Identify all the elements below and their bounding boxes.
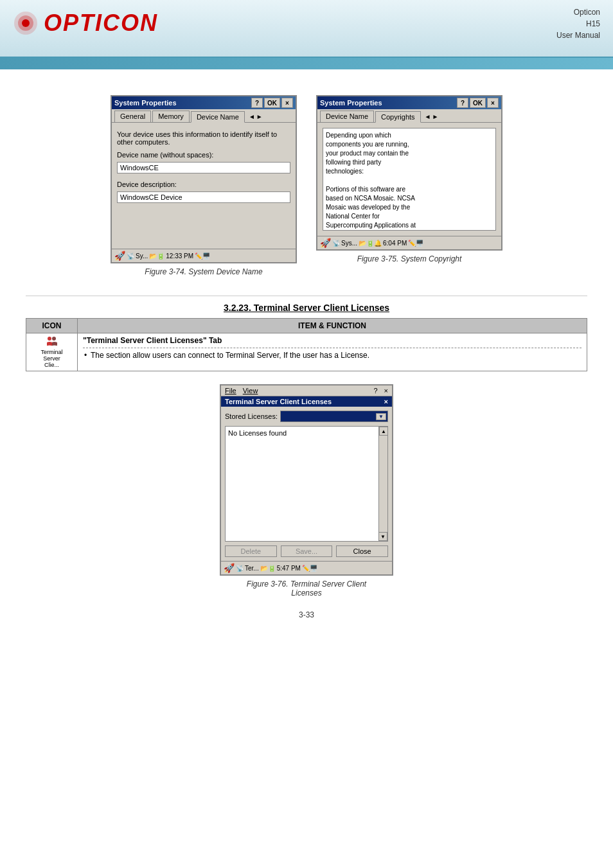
- ts-start-icon[interactable]: 🚀: [224, 563, 235, 573]
- fig75-titlebar: System Properties ? OK ×: [317, 96, 501, 109]
- fig74-tab-device-name[interactable]: Device Name: [191, 111, 245, 123]
- product-name: Opticon: [556, 6, 600, 18]
- logo-text: OPTICON: [44, 10, 158, 37]
- fig74-device-name-label: Device name (without spaces):: [117, 151, 290, 159]
- ts-save-button[interactable]: Save...: [281, 545, 333, 557]
- ts-scroll-up[interactable]: ▲: [379, 427, 388, 436]
- figure-76-column: File View ? × Terminal Server Client Lic…: [220, 384, 393, 598]
- fig74-ok-button[interactable]: OK: [264, 98, 280, 108]
- table-icon-cell: Terminal Server Clie...: [26, 333, 78, 371]
- fig74-tab-scroll-right[interactable]: ►: [256, 113, 263, 120]
- fig75-tab-scroll-left[interactable]: ◄: [425, 113, 431, 120]
- ts-dropdown-arrow[interactable]: ▼: [376, 413, 386, 420]
- ts-no-licenses-text: No Licenses found: [228, 429, 385, 437]
- ts-stored-dropdown[interactable]: ▼: [280, 411, 388, 422]
- fig74-help-button[interactable]: ?: [251, 98, 263, 108]
- table-item-cell: "Terminal Server Client Licenses" Tab Th…: [78, 333, 587, 371]
- feature-table: ICON ITEM & FUNCTION: [26, 318, 587, 371]
- ts-action-row: Delete Save... Close: [225, 545, 388, 557]
- fig75-sys-icon[interactable]: 📡: [332, 240, 340, 247]
- ts-taskbar-sys: Ter...: [245, 565, 259, 572]
- fig74-tab-scroll-left[interactable]: ◄: [249, 113, 255, 120]
- section-heading: 3.2.23. Terminal Server Client Licenses: [26, 303, 587, 313]
- svg-point-4: [52, 337, 56, 341]
- ts-banner-close[interactable]: ×: [384, 398, 388, 405]
- fig74-device-desc-input[interactable]: [117, 191, 290, 203]
- figure-76-dialog: File View ? × Terminal Server Client Lic…: [220, 384, 393, 576]
- fig75-tab-device-name[interactable]: Device Name: [320, 111, 374, 122]
- fig75-taskbar-sys: Sys...: [341, 240, 357, 247]
- figure-74-wrapper: System Properties ? OK × General Memory …: [111, 95, 297, 276]
- ts-taskbar-time: 5:47 PM: [277, 565, 301, 572]
- ts-taskbar-icons: 📂🔋: [260, 565, 276, 572]
- logo-icon: [13, 10, 39, 36]
- header-info: Opticon H15 User Manual: [556, 6, 600, 41]
- ts-taskbar: 🚀 📡 Ter... 📂🔋 5:47 PM ✏️🖥️: [221, 561, 392, 574]
- page-header: OPTICON Opticon H15 User Manual: [0, 0, 613, 58]
- fig75-taskbar-time: 6:04 PM: [383, 240, 407, 247]
- terminal-server-icon: Terminal Server Clie...: [36, 336, 68, 368]
- blue-accent-bar: [0, 58, 613, 69]
- ts-banner-title: Terminal Server Client Licenses: [225, 398, 332, 405]
- fig74-taskbar-extra: ✏️🖥️: [195, 252, 210, 260]
- fig74-caption: Figure 3-74. System Device Name: [111, 267, 297, 276]
- fig74-tabs: General Memory Device Name ◄ ►: [112, 109, 296, 123]
- fig74-device-desc-label: Device description:: [117, 181, 290, 188]
- fig76-caption: Figure 3-76. Terminal Server Client Lice…: [220, 580, 393, 598]
- fig76-caption-line2: Licenses: [291, 589, 321, 598]
- fig75-copyright-text: Depending upon which components you are …: [323, 128, 496, 231]
- ts-delete-button[interactable]: Delete: [225, 545, 277, 557]
- fig74-title: System Properties: [114, 99, 177, 107]
- ts-menu-view[interactable]: View: [243, 387, 258, 394]
- fig74-buttons: ? OK ×: [251, 98, 293, 108]
- product-doc-type: User Manual: [556, 30, 600, 41]
- fig74-tab-memory[interactable]: Memory: [152, 111, 190, 122]
- fig75-close-button[interactable]: ×: [487, 98, 499, 108]
- fig74-body: Your device uses this information to ide…: [112, 123, 296, 249]
- svg-point-2: [22, 19, 30, 27]
- ts-menubar: File View ? ×: [221, 385, 392, 396]
- table-header-icon: ICON: [26, 319, 78, 333]
- ts-menu-question[interactable]: ?: [373, 387, 377, 394]
- fig74-device-name-input[interactable]: [117, 162, 290, 173]
- fig76-caption-line1: Figure 3-76. Terminal Server Client: [247, 580, 366, 589]
- figure-74-dialog: System Properties ? OK × General Memory …: [111, 95, 297, 263]
- fig74-start-icon[interactable]: 🚀: [114, 251, 125, 261]
- section-divider: [26, 296, 587, 296]
- ts-listbox: No Licenses found ▲ ▼: [225, 426, 388, 542]
- fig74-close-button[interactable]: ×: [281, 98, 293, 108]
- ts-stored-label: Stored Licenses:: [225, 412, 278, 420]
- fig75-tab-copyrights[interactable]: Copyrights: [375, 111, 421, 123]
- terminal-server-svg: [38, 336, 66, 348]
- fig75-caption: Figure 3-75. System Copyright: [316, 254, 502, 263]
- fig75-start-icon[interactable]: 🚀: [320, 238, 331, 248]
- ts-stored-row: Stored Licenses: ▼: [225, 411, 388, 422]
- fig74-sys-icon[interactable]: 📡: [127, 252, 134, 260]
- fig74-taskbar-icons: 📂🔋: [149, 252, 164, 260]
- fig75-help-button[interactable]: ?: [457, 98, 468, 108]
- figure-75-dialog: System Properties ? OK × Device Name Cop…: [316, 95, 502, 251]
- fig74-tab-general[interactable]: General: [114, 111, 151, 122]
- fig75-taskbar: 🚀 📡 Sys... 📂🔋🔔 6:04 PM ✏️🖥️: [317, 236, 501, 249]
- fig75-title: System Properties: [320, 99, 382, 107]
- fig75-taskbar-icons: 📂🔋🔔: [359, 240, 382, 247]
- ts-taskbar-sys-icon[interactable]: 📡: [236, 565, 244, 572]
- ts-banner: Terminal Server Client Licenses ×: [221, 396, 392, 407]
- table-header-item: ITEM & FUNCTION: [78, 319, 587, 333]
- ts-menu-file[interactable]: File: [225, 387, 236, 394]
- ts-close-button[interactable]: Close: [336, 545, 388, 557]
- ts-scroll-down[interactable]: ▼: [378, 532, 387, 541]
- fig74-taskbar-time: 12:33 PM: [166, 252, 193, 260]
- figure-75-wrapper: System Properties ? OK × Device Name Cop…: [316, 95, 502, 276]
- main-content: System Properties ? OK × General Memory …: [0, 69, 613, 632]
- page-number: 3-33: [26, 610, 587, 619]
- table-row: Terminal Server Clie... "Terminal Server…: [26, 333, 587, 371]
- fig75-buttons: ? OK ×: [457, 98, 499, 108]
- ts-menu-close-button[interactable]: ×: [384, 387, 388, 394]
- fig75-tab-scroll-right[interactable]: ►: [432, 113, 439, 120]
- figures-row-top: System Properties ? OK × General Memory …: [26, 95, 587, 276]
- fig75-body: Depending upon which components you are …: [317, 123, 501, 236]
- fig75-ok-button[interactable]: OK: [470, 98, 486, 108]
- fig74-taskbar-sys: Sy...: [136, 252, 148, 260]
- item-title: "Terminal Server Client Licenses" Tab: [83, 336, 582, 345]
